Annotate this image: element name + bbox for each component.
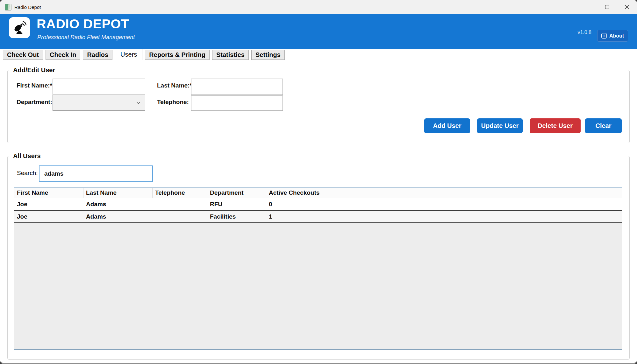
about-label: About [609,33,624,39]
column-header-department[interactable]: Department [207,188,266,198]
close-icon [625,5,629,9]
update-user-button[interactable]: Update User [477,118,523,133]
search-label: Search: [17,170,38,177]
tab-statistics[interactable]: Statistics [212,50,249,60]
table-cell: Adams [83,211,153,222]
tab-settings[interactable]: Settings [251,50,285,60]
department-select[interactable] [53,95,145,111]
column-header-first-name[interactable]: First Name [14,188,83,198]
table-cell: RFU [207,198,266,210]
clear-button[interactable]: Clear [585,118,622,133]
app-logo [9,17,30,38]
version-label: v1.0.8 [577,30,591,35]
search-input[interactable]: adams [39,165,153,182]
add-edit-user-title: Add/Edit User [11,66,58,74]
users-tab-panel: Add/Edit User First Name:* Last Name:* D… [0,60,637,363]
chevron-down-icon [136,102,140,104]
add-edit-user-group: Add/Edit User First Name:* Last Name:* D… [7,70,630,143]
text-caret [64,170,64,178]
table-header-row: First Name Last Name Telephone Departmen… [14,188,622,198]
column-header-telephone[interactable]: Telephone [153,188,207,198]
column-header-active-checkouts[interactable]: Active Checkouts [266,188,622,198]
maximize-icon [605,5,609,9]
app-header: RADIO DEPOT Professional Radio Fleet Man… [0,14,637,49]
tab-check-in[interactable]: Check In [46,50,80,60]
window-controls [577,0,637,14]
app-title: RADIO DEPOT [37,17,129,32]
table-cell: Facilities [207,211,266,222]
all-users-title: All Users [11,152,43,160]
search-value: adams [44,170,63,177]
telephone-label: Telephone: [157,99,189,106]
table-empty-area [14,223,622,349]
satellite-dish-icon [12,20,27,35]
first-name-label: First Name:* [17,82,52,89]
app-icon [5,4,11,10]
app-window: Radio Depot [0,0,637,364]
info-icon: i [601,33,607,38]
tab-radios[interactable]: Radios [83,50,112,60]
last-name-label: Last Name:* [157,82,192,89]
table-cell: Joe [14,198,83,210]
table-row[interactable]: Joe Adams RFU 0 [14,198,622,211]
table-cell [153,198,207,210]
table-cell: 0 [266,198,622,210]
table-cell: Adams [83,198,153,210]
close-button[interactable] [617,0,637,14]
window-title: Radio Depot [14,4,41,10]
tab-reports-printing[interactable]: Reports & Printing [145,50,210,60]
department-label: Department: [17,99,52,106]
minimize-button[interactable] [577,0,597,14]
first-name-field[interactable] [53,79,145,95]
tab-check-out[interactable]: Check Out [3,50,43,60]
maximize-button[interactable] [597,0,617,14]
table-row[interactable]: Joe Adams Facilities 1 [14,211,622,223]
delete-user-button[interactable]: Delete User [530,118,581,133]
table-cell: 1 [266,211,622,222]
minimize-icon [585,7,590,7]
add-user-button[interactable]: Add User [424,118,470,133]
about-button[interactable]: i About [597,30,628,42]
table-cell: Joe [14,211,83,222]
users-table: First Name Last Name Telephone Departmen… [14,187,622,350]
tab-users[interactable]: Users [115,49,142,60]
telephone-field[interactable] [191,95,283,111]
app-tagline: Professional Radio Fleet Management [37,34,135,41]
last-name-field[interactable] [191,79,283,95]
tab-bar: Check Out Check In Radios Users Reports … [0,49,637,60]
titlebar: Radio Depot [0,0,637,14]
all-users-group: All Users Search: adams First Name Last … [7,156,630,360]
column-header-last-name[interactable]: Last Name [83,188,153,198]
table-cell [153,211,207,222]
